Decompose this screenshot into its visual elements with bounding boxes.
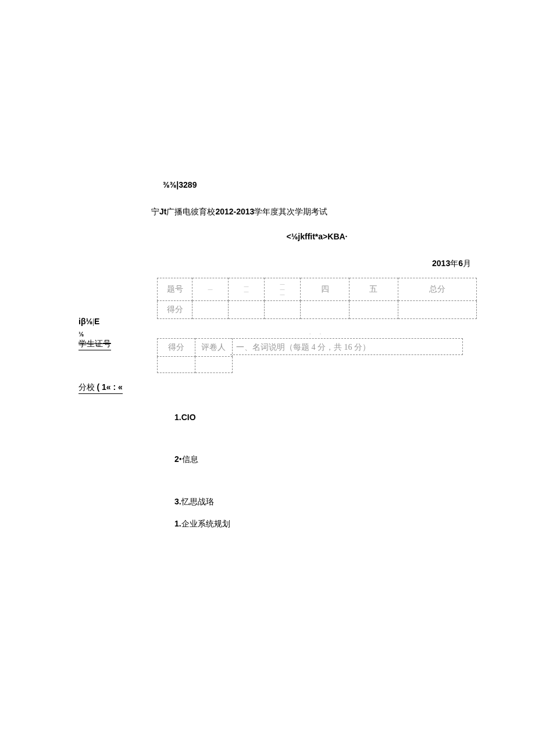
code-suffix: E <box>94 317 99 326</box>
branch-underline: 分校 ( 1« : « <box>79 382 123 394</box>
course-num: 3289 <box>179 180 197 189</box>
blank-hint: · · <box>157 331 477 337</box>
score-table: 题号 — — — — — — 四 五 总分 得分 <box>157 278 477 319</box>
student-id-text: 学生证号 <box>79 339 111 348</box>
q3-text: 忆思战珞 <box>181 497 214 506</box>
col1: — <box>192 278 229 301</box>
date-year: 2013 <box>432 259 450 268</box>
sidebar-student-id: ⅛ 学生证号 <box>79 329 137 350</box>
score-cell[interactable] <box>398 301 476 319</box>
table-row <box>158 357 233 373</box>
q1-num: 1. <box>174 413 181 422</box>
grader-input-cell[interactable] <box>195 357 233 373</box>
code-prefix: iβ⅛ <box>79 317 92 326</box>
table-row: 题号 — — — — — — 四 五 总分 <box>158 278 477 301</box>
questions-list: 1.CIO 2•信息 3.忆思战珞 1.企业系统规划 <box>174 413 477 529</box>
date-month-cn: 月 <box>463 259 471 268</box>
score-cell[interactable] <box>265 301 301 319</box>
main-content: ⅜⅜|3289 宁Jt广播电彼育校2012-2013学年度其次学期考试 <⅛jk… <box>157 180 477 529</box>
score-input-cell[interactable] <box>158 357 195 373</box>
question-1: 1.CIO <box>174 413 477 422</box>
col6: 总分 <box>398 278 476 301</box>
title-suffix: 学年度其次学期考试 <box>254 207 327 216</box>
score-label: 得分 <box>158 339 195 357</box>
title-years: 2012-2013 <box>215 207 254 216</box>
row1-label: 题号 <box>158 278 192 301</box>
q4-num: 1. <box>174 519 181 528</box>
date-line: 2013年6月 <box>157 259 477 269</box>
col3: — — — <box>265 278 301 301</box>
score-cell[interactable] <box>349 301 398 319</box>
course-prefix: ⅜⅜ <box>163 180 176 189</box>
q2-text: 信息 <box>182 455 198 464</box>
course-code: ⅜⅜|3289 <box>163 180 477 189</box>
sidebar-branch: 分校 ( 1« : « <box>79 382 137 394</box>
question-3: 3.忆思战珞 <box>174 497 477 507</box>
score-cell[interactable] <box>192 301 229 319</box>
score-cell[interactable] <box>229 301 265 319</box>
grader-table: 得分 评卷人 <box>157 338 233 373</box>
table-row: 得分 <box>158 301 477 319</box>
question-4: 1.企业系统规划 <box>174 519 477 529</box>
q1-text: CIO <box>181 413 196 422</box>
section-1-title: 一、名词说明（每题 4 分，共 16 分） <box>230 338 463 355</box>
date-year-cn: 年 <box>450 259 458 268</box>
col4: 四 <box>301 278 349 301</box>
date-month: 6 <box>458 259 463 268</box>
exam-title: 宁Jt广播电彼育校2012-2013学年度其次学期考试 <box>151 207 477 217</box>
col5: 五 <box>349 278 398 301</box>
subject-line: <⅛jkffit*a>KBA· <box>157 232 477 241</box>
row2-label: 得分 <box>158 301 192 319</box>
table-row: 得分 评卷人 <box>158 339 233 357</box>
title-mid: 广播电彼育校 <box>166 207 215 216</box>
question-2: 2•信息 <box>174 454 477 465</box>
branch-text: 分校 <box>79 383 95 392</box>
student-id-underline: ⅛ 学生证号 <box>79 329 111 350</box>
sidebar-code-label: iβ⅛|E <box>79 317 137 327</box>
col2: — — <box>229 278 265 301</box>
q3-num: 3. <box>174 497 181 506</box>
title-prefix: 宁 <box>151 207 159 216</box>
branch-paren: ( 1« : « <box>97 382 123 392</box>
underline-mark: ⅛ <box>79 331 84 338</box>
section-header-wrap: · · 得分 评卷人 一、名词说明（每题 4 分，共 16 分） <box>157 331 477 378</box>
q2-num: 2 <box>174 454 179 464</box>
grader-label: 评卷人 <box>195 339 233 357</box>
title-bold: Jt <box>159 207 166 216</box>
q4-text: 企业系统规划 <box>181 519 230 528</box>
score-cell[interactable] <box>301 301 349 319</box>
